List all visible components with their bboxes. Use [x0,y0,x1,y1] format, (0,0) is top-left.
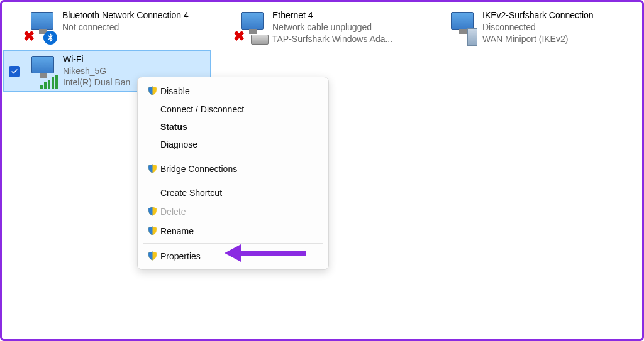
shield-icon [144,163,160,175]
annotation-arrow-icon [225,241,306,266]
menu-separator [143,156,323,156]
selected-check-icon [9,66,20,77]
adapter-device: WAN Miniport (IKEv2) [482,33,594,45]
adapter-name: Wi-Fi [63,53,130,65]
menu-rename[interactable]: Rename [138,221,328,241]
adapter-status: Network cable unplugged [272,21,392,33]
shield-icon [144,85,160,97]
menu-item-label: Status [160,122,319,132]
adapter-status: Not connected [62,21,189,33]
adapter-ethernet[interactable]: ✖ Ethernet 4 Network cable unplugged TAP… [213,7,421,48]
menu-item-label: Diagnose [160,139,319,149]
menu-create-shortcut[interactable]: Create Shortcut [138,184,328,202]
menu-item-label: Bridge Connections [160,164,319,174]
svg-marker-1 [225,244,241,262]
menu-item-label: Disable [160,86,319,96]
ethernet-adapter-icon: ✖ [233,9,269,45]
adapter-name: Bluetooth Network Connection 4 [62,9,189,21]
disconnected-x-icon: ✖ [23,28,35,45]
adapter-ssid: Nikesh_5G [63,65,130,77]
ethernet-plug-icon [251,35,269,45]
adapter-ikev2[interactable]: IKEv2-Surfshark Connection Disconnected … [423,7,631,48]
server-icon [467,28,477,46]
adapter-name: IKEv2-Surfshark Connection [482,9,594,21]
vpn-adapter-icon [443,9,479,45]
disconnected-x-icon: ✖ [233,28,245,45]
adapter-device: Intel(R) Dual Ban [63,77,130,89]
menu-connect-disconnect[interactable]: Connect / Disconnect [138,100,328,118]
menu-diagnose[interactable]: Diagnose [138,136,328,153]
adapter-name: Ethernet 4 [272,9,392,21]
bluetooth-adapter-icon: ✖ [23,9,58,45]
menu-item-label: Create Shortcut [160,188,319,198]
wifi-signal-icon [40,75,58,89]
shield-icon [144,225,160,237]
bluetooth-icon [43,31,57,45]
menu-disable[interactable]: Disable [138,81,328,100]
menu-separator [143,181,323,181]
menu-status[interactable]: Status [138,118,328,136]
adapter-bluetooth[interactable]: ✖ Bluetooth Network Connection 4 Not con… [3,7,211,48]
shield-icon [144,205,160,217]
menu-delete: Delete [138,202,328,221]
wifi-adapter-icon [24,53,59,89]
menu-bridge-connections[interactable]: Bridge Connections [138,159,328,178]
adapter-status: Disconnected [482,21,594,33]
menu-item-label: Connect / Disconnect [160,104,319,114]
shield-icon [144,250,160,262]
adapter-device: TAP-Surfshark Windows Ada... [272,33,392,45]
menu-item-label: Delete [160,207,319,217]
menu-item-label: Rename [160,226,319,236]
